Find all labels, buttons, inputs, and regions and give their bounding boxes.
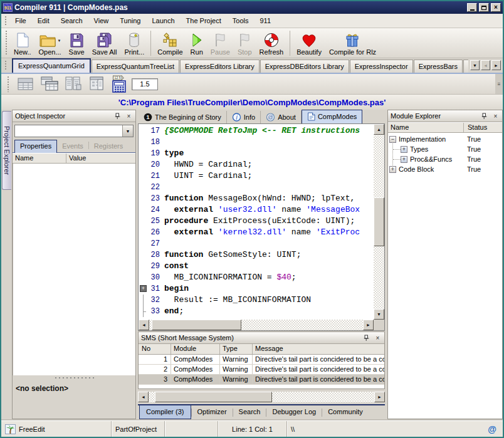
code-line[interactable]: 23function MessageBox(hWnd: HWND; lpText… bbox=[139, 193, 374, 204]
toolbar-button-pause[interactable]: Pause bbox=[207, 29, 234, 58]
pin-icon[interactable] bbox=[480, 112, 488, 120]
scrollbar-thumb[interactable] bbox=[152, 320, 241, 330]
title-bar[interactable]: 911 Compiler 911 | CompModes.pas × bbox=[1, 1, 503, 14]
component-tab-expressmastervie[interactable]: ExpressMasterVie bbox=[463, 60, 468, 73]
component-tab-expressdbeditors-library[interactable]: ExpressDBEditors Library bbox=[260, 60, 349, 73]
toolbar-button-compile-for-rlz[interactable]: Compile for Rlz bbox=[325, 29, 380, 58]
scroll-left-button[interactable]: ◄ bbox=[138, 392, 149, 402]
pin-icon[interactable] bbox=[113, 112, 122, 120]
toolbar-button-new[interactable]: New.. bbox=[10, 29, 35, 58]
inspector-tab-properties[interactable]: Properties bbox=[14, 140, 57, 153]
code-line[interactable]: 26 external 'kernel32.dll' name 'ExitPro… bbox=[139, 227, 374, 238]
column-header-message[interactable]: Message bbox=[253, 344, 384, 354]
scroll-left-button[interactable]: ◄ bbox=[139, 320, 149, 330]
code-line[interactable]: 19type bbox=[139, 148, 374, 159]
code-line[interactable]: +31begin bbox=[139, 283, 374, 295]
inspector-tab-events[interactable]: Events bbox=[57, 140, 88, 152]
code-line[interactable]: 20 HWND = Cardinal; bbox=[139, 159, 374, 170]
scroll-down-button[interactable]: ▼ bbox=[374, 309, 384, 320]
grid-bands-icon[interactable] bbox=[64, 76, 83, 92]
tab-scroll-left-button[interactable]: ◄ bbox=[481, 60, 490, 70]
editor-tab-the-begining-of-story[interactable]: 1The Begining of Story bbox=[139, 111, 227, 123]
menu-search[interactable]: Search bbox=[55, 14, 88, 27]
grid-windows-icon[interactable] bbox=[40, 76, 59, 92]
column-header-name[interactable]: Name bbox=[13, 154, 66, 163]
message-tab-debugger-log[interactable]: Debugger Log bbox=[266, 405, 322, 418]
module-row-proc-funcs[interactable]: +Proc&&FuncsTrue bbox=[388, 154, 502, 164]
column-header-value[interactable]: Value bbox=[66, 154, 135, 163]
grid-table-icon[interactable] bbox=[16, 76, 35, 92]
menu-file[interactable]: File bbox=[9, 14, 32, 27]
object-selector-combobox[interactable]: ▼ bbox=[14, 125, 134, 137]
scroll-right-button[interactable]: ► bbox=[374, 392, 385, 402]
code-editor[interactable]: 17{$COMPMODE RetToJmp <-- RET instructio… bbox=[138, 123, 385, 331]
inspector-tab-registers[interactable]: Registers bbox=[89, 140, 128, 152]
dropdown-arrow-icon[interactable]: ▼ bbox=[58, 39, 61, 43]
message-tab-community[interactable]: Community bbox=[322, 405, 369, 418]
message-tab-optimizer[interactable]: Optimizer bbox=[192, 405, 233, 418]
toolbar-button-save-all[interactable]: Save All bbox=[88, 29, 121, 58]
module-row-implementation[interactable]: −ImplementationTrue bbox=[388, 134, 502, 144]
component-tab-expressbars[interactable]: ExpressBars bbox=[414, 60, 463, 73]
code-line[interactable]: 24 external 'user32.dll' name 'MessageBo… bbox=[139, 204, 374, 216]
code-line[interactable]: 25procedure ExitProcess(uExitCode: UINT)… bbox=[139, 216, 374, 227]
toolbar-button-stop[interactable]: Stop bbox=[234, 29, 256, 58]
component-tab-expressquantumtreelist[interactable]: ExpressQuantumTreeList bbox=[92, 60, 179, 73]
editor-tab-compmodes[interactable]: CompModes bbox=[302, 110, 362, 123]
code-line[interactable]: 17{$COMPMODE RetToJmp <-- RET instructio… bbox=[139, 125, 374, 137]
scrollbar-thumb[interactable] bbox=[155, 392, 272, 402]
horizontal-scrollbar[interactable]: ◄ ► bbox=[139, 320, 374, 330]
expand-icon[interactable]: + bbox=[401, 146, 407, 153]
column-header-type[interactable]: Type bbox=[220, 344, 253, 354]
tab-dropdown-button[interactable]: ▼ bbox=[470, 60, 480, 70]
toolbar-button-open[interactable]: ▼Open... bbox=[35, 29, 65, 58]
message-tab-compiler-3[interactable]: Compiler (3) bbox=[139, 405, 191, 419]
toolbar-button-beautify[interactable]: Beautify bbox=[293, 29, 325, 58]
vertical-scrollbar[interactable]: ▲ ▼ bbox=[374, 124, 384, 320]
minimize-button[interactable] bbox=[467, 3, 477, 12]
collapse-icon[interactable]: − bbox=[389, 136, 396, 143]
menu-tuning[interactable]: Tuning bbox=[114, 14, 146, 27]
code-line[interactable]: 32 Result := MB_ICONINFORMATION bbox=[139, 295, 374, 306]
toolbar-button-save[interactable]: Save bbox=[65, 29, 88, 58]
sms-row[interactable]: 3CompModesWarningDirective's tail part i… bbox=[139, 375, 384, 385]
code-line[interactable]: 30 MB_ICONINFORMATION = $40; bbox=[139, 272, 374, 283]
code-line[interactable]: 21 UINT = Cardinal; bbox=[139, 170, 374, 182]
inspector-body[interactable] bbox=[13, 164, 135, 375]
module-row-types[interactable]: +TypesTrue bbox=[388, 144, 502, 154]
code-line[interactable]: 27 bbox=[139, 238, 374, 249]
message-tab-search[interactable]: Search bbox=[233, 405, 266, 418]
close-icon[interactable]: × bbox=[125, 112, 133, 120]
column-header-module[interactable]: Module bbox=[171, 344, 220, 354]
toolbar-button-print[interactable]: Print... bbox=[120, 29, 148, 58]
menu-the-project[interactable]: The Project bbox=[181, 14, 227, 27]
grid-card-icon[interactable] bbox=[88, 76, 107, 92]
expand-icon[interactable]: + bbox=[401, 156, 407, 163]
code-line[interactable]: 29const bbox=[139, 261, 374, 272]
column-header-no[interactable]: No bbox=[139, 344, 171, 354]
toolbar-grip[interactable] bbox=[4, 60, 8, 71]
close-icon[interactable]: × bbox=[374, 334, 382, 342]
scale-value-field[interactable]: 1.5 bbox=[132, 78, 158, 90]
component-tab-expressquantumgrid[interactable]: ExpressQuantumGrid bbox=[12, 58, 91, 73]
code-line[interactable]: 33end; bbox=[139, 306, 374, 317]
editor-tab-about[interactable]: @About bbox=[261, 111, 302, 123]
menu-tools[interactable]: Tools bbox=[227, 14, 255, 27]
component-tab-expresseditors-library[interactable]: ExpressEditors Library bbox=[180, 60, 260, 73]
maximize-button[interactable] bbox=[479, 3, 489, 12]
sms-row[interactable]: 2CompModesWarningDirective's tail part i… bbox=[139, 365, 384, 375]
editor-tab-info[interactable]: iInfo bbox=[227, 111, 261, 123]
at-icon[interactable]: @ bbox=[488, 424, 499, 434]
pin-icon[interactable] bbox=[362, 334, 370, 342]
toolbar-button-run[interactable]: Run bbox=[187, 29, 207, 58]
toolbar-grip[interactable] bbox=[4, 16, 8, 26]
fold-collapse-icon[interactable]: + bbox=[140, 285, 147, 292]
menu-edit[interactable]: Edit bbox=[32, 14, 55, 27]
scroll-right-button[interactable]: ► bbox=[363, 320, 374, 330]
sms-horizontal-scrollbar[interactable]: ◄ ► bbox=[138, 392, 385, 402]
panel-splitter[interactable] bbox=[13, 375, 135, 381]
column-header-status[interactable]: Status bbox=[463, 123, 502, 132]
close-icon[interactable]: × bbox=[491, 112, 500, 120]
scroll-up-button[interactable]: ▲ bbox=[374, 124, 384, 135]
tab-scroll-right-button[interactable]: ► bbox=[491, 60, 501, 70]
